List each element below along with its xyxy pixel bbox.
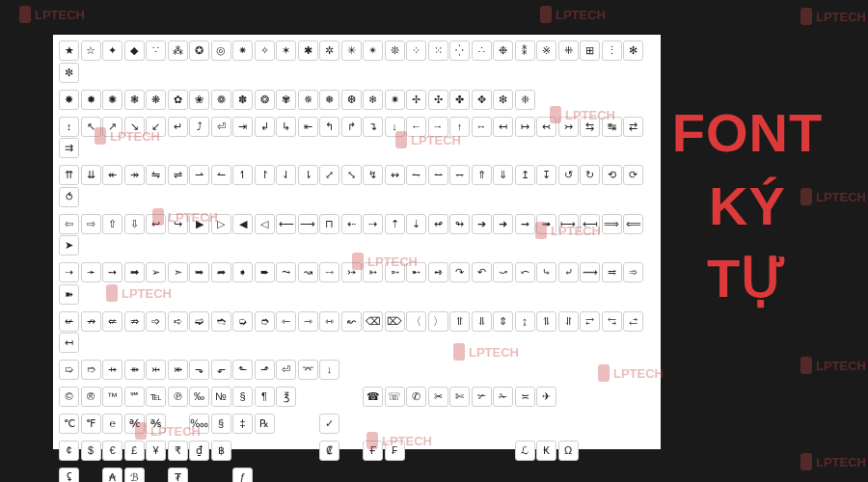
char-cell[interactable]: ⟶ — [298, 214, 318, 234]
char-cell[interactable]: ⤀ — [102, 360, 122, 380]
char-cell[interactable]: ❇ — [493, 90, 513, 110]
char-cell[interactable]: § — [232, 387, 253, 407]
char-cell[interactable]: ∵ — [146, 40, 166, 61]
char-cell[interactable]: ➺ — [428, 262, 448, 282]
char-cell[interactable]: ☎ — [363, 387, 383, 407]
char-cell[interactable]: ¥ — [146, 441, 166, 461]
char-cell[interactable]: ✂ — [428, 387, 448, 407]
char-cell[interactable]: ✱ — [298, 40, 318, 61]
char-cell[interactable]: ↝ — [298, 262, 318, 282]
char-cell[interactable]: ✦ — [102, 40, 122, 61]
char-cell[interactable]: ◀ — [232, 214, 253, 234]
char-cell[interactable]: ✸ — [59, 90, 79, 110]
char-cell[interactable]: ↭ — [385, 165, 405, 185]
char-cell[interactable]: ✶ — [276, 40, 296, 61]
char-cell[interactable]: ↕ — [59, 117, 79, 137]
char-cell[interactable]: ✲ — [319, 40, 339, 61]
char-cell[interactable]: ℥ — [276, 387, 296, 407]
char-cell[interactable]: $ — [81, 441, 101, 461]
char-cell[interactable]: ⇉ — [59, 138, 79, 158]
char-cell[interactable]: ➞ — [515, 214, 535, 234]
char-cell[interactable]: ↿ — [232, 165, 253, 185]
char-cell[interactable]: ⇂ — [298, 165, 318, 185]
char-cell[interactable]: ➝ — [59, 262, 79, 282]
char-cell[interactable]: ⥯ — [558, 311, 579, 332]
char-cell[interactable]: ₹ — [168, 441, 188, 461]
char-cell[interactable]: ₫ — [189, 441, 209, 461]
char-cell[interactable]: ⤻ — [493, 262, 513, 282]
char-cell[interactable]: ➜ — [493, 214, 513, 234]
char-cell[interactable]: ↓ — [319, 360, 339, 380]
char-cell[interactable]: ℠ — [124, 387, 145, 407]
char-cell[interactable]: ✓ — [319, 414, 339, 434]
char-cell[interactable]: ⊓ — [319, 214, 339, 234]
char-cell[interactable]: ℞ — [255, 414, 275, 434]
char-cell[interactable]: ↔ — [472, 117, 492, 137]
char-cell[interactable]: ✃ — [472, 387, 492, 407]
char-cell[interactable]: ❄ — [363, 90, 383, 110]
char-cell[interactable]: ⤷ — [536, 262, 556, 282]
char-cell[interactable]: ⇈ — [59, 165, 79, 185]
char-cell[interactable]: ⥤ — [602, 262, 622, 282]
char-cell[interactable]: ✳ — [341, 40, 362, 61]
char-cell[interactable]: ✷ — [385, 90, 405, 110]
char-cell[interactable]: ⇄ — [623, 117, 643, 137]
char-cell[interactable]: ⤁ — [124, 360, 145, 380]
char-cell[interactable]: ✹ — [81, 90, 101, 110]
char-cell[interactable]: 〉 — [428, 311, 448, 332]
char-cell[interactable]: ➬ — [211, 311, 231, 332]
char-cell[interactable]: ⟿ — [580, 262, 600, 282]
char-cell[interactable]: ⇢ — [363, 214, 383, 234]
char-cell[interactable]: ↤ — [59, 333, 79, 353]
char-cell[interactable]: ↵ — [168, 117, 188, 137]
char-cell[interactable]: ⇣ — [406, 214, 426, 234]
char-cell[interactable]: ❃ — [124, 90, 145, 110]
char-cell[interactable]: ⥂ — [580, 311, 600, 332]
char-cell[interactable]: ◎ — [211, 40, 231, 61]
char-cell[interactable]: ↛ — [81, 311, 101, 332]
char-cell[interactable]: ⇌ — [168, 165, 188, 185]
char-cell[interactable]: ⁘ — [406, 40, 426, 61]
char-cell[interactable]: ↠ — [124, 165, 145, 185]
char-cell[interactable]: ℮ — [102, 414, 122, 434]
char-cell[interactable]: ➛ — [81, 262, 101, 282]
char-cell[interactable]: ⥮ — [536, 311, 556, 332]
char-cell[interactable]: ⇋ — [146, 165, 166, 185]
char-cell[interactable]: ⇤ — [298, 117, 318, 137]
char-cell[interactable]: ⥐ — [449, 165, 470, 185]
char-cell[interactable]: ❀ — [189, 90, 209, 110]
char-cell[interactable]: ☆ — [81, 40, 101, 61]
char-cell[interactable]: ↥ — [515, 165, 535, 185]
char-cell[interactable]: ℒ — [515, 441, 535, 461]
char-cell[interactable]: ⇊ — [81, 165, 101, 185]
char-cell[interactable]: ↨ — [515, 311, 535, 332]
char-cell[interactable]: ⇥ — [232, 117, 253, 137]
char-cell[interactable]: ↷ — [449, 262, 470, 282]
char-cell[interactable]: ℉ — [81, 414, 101, 434]
char-cell[interactable]: ƒ — [232, 468, 253, 482]
char-cell[interactable]: ⟹ — [602, 214, 622, 234]
char-cell[interactable]: © — [59, 387, 79, 407]
char-cell[interactable]: ⇠ — [341, 214, 362, 234]
char-cell[interactable]: ⬑ — [232, 360, 253, 380]
char-cell[interactable]: ✪ — [189, 40, 209, 61]
char-cell[interactable]: ➤ — [59, 235, 79, 255]
char-cell[interactable]: ⥃ — [602, 311, 622, 332]
char-cell[interactable]: ◁ — [255, 214, 275, 234]
char-cell[interactable]: ⬐ — [211, 360, 231, 380]
char-cell[interactable]: ➦ — [211, 262, 231, 282]
char-cell[interactable]: ➙ — [102, 262, 122, 282]
char-cell[interactable]: ⥣ — [449, 311, 470, 332]
char-cell[interactable]: ✼ — [59, 63, 79, 83]
char-cell[interactable]: ↜ — [341, 311, 362, 332]
char-cell[interactable]: ⇃ — [276, 165, 296, 185]
char-cell[interactable]: ⤡ — [341, 165, 362, 185]
char-cell[interactable]: ⤑ — [319, 262, 339, 282]
char-cell[interactable]: ◆ — [124, 40, 145, 61]
char-cell[interactable]: ⤢ — [319, 165, 339, 185]
char-cell[interactable]: ❉ — [493, 40, 513, 61]
char-cell[interactable]: ➽ — [59, 284, 79, 305]
char-cell[interactable]: ↰ — [319, 117, 339, 137]
char-cell[interactable]: ❊ — [385, 40, 405, 61]
char-cell[interactable]: Ω — [558, 441, 579, 461]
